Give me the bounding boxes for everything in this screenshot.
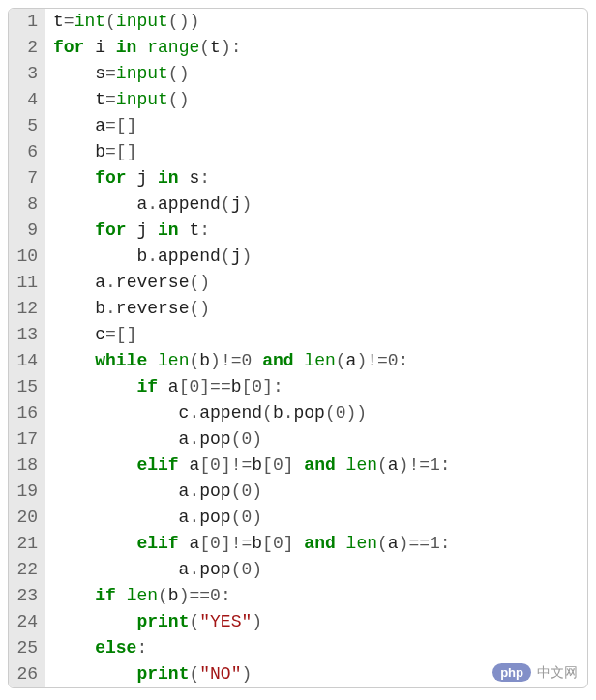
line-number: 21 bbox=[9, 531, 45, 557]
code-line: 24 print("YES") bbox=[9, 609, 587, 635]
line-number: 20 bbox=[9, 505, 45, 531]
code-line: 5 a=[] bbox=[9, 113, 587, 139]
code-line: 4 t=input() bbox=[9, 87, 587, 113]
line-content: while len(b)!=0 and len(a)!=0: bbox=[45, 348, 587, 374]
line-content: a.pop(0) bbox=[45, 426, 587, 452]
line-content: else: bbox=[45, 635, 587, 661]
code-line: 13 c=[] bbox=[9, 322, 587, 348]
line-content: a.append(j) bbox=[45, 191, 587, 218]
line-content: for j in t: bbox=[45, 218, 587, 244]
code-line: 25 else: bbox=[9, 635, 587, 661]
line-number: 6 bbox=[9, 139, 45, 165]
line-number: 23 bbox=[9, 583, 45, 609]
code-line: 11 a.reverse() bbox=[9, 270, 587, 296]
line-number: 26 bbox=[9, 661, 45, 687]
line-number: 8 bbox=[9, 191, 45, 218]
code-line: 3 s=input() bbox=[9, 61, 587, 87]
line-content: for i in range(t): bbox=[45, 35, 587, 61]
code-line: 15 if a[0]==b[0]: bbox=[9, 374, 587, 400]
line-content: elif a[0]!=b[0] and len(a)!=1: bbox=[45, 452, 587, 479]
code-line: 23 if len(b)==0: bbox=[9, 583, 587, 609]
line-number: 1 bbox=[9, 9, 45, 35]
code-line: 18 elif a[0]!=b[0] and len(a)!=1: bbox=[9, 452, 587, 479]
code-lines: 1t=int(input())2for i in range(t):3 s=in… bbox=[9, 9, 587, 687]
code-line: 6 b=[] bbox=[9, 139, 587, 165]
line-number: 10 bbox=[9, 244, 45, 270]
line-content: b=[] bbox=[45, 139, 587, 165]
code-line: 12 b.reverse() bbox=[9, 296, 587, 322]
line-number: 19 bbox=[9, 479, 45, 505]
line-number: 22 bbox=[9, 557, 45, 583]
line-content: if a[0]==b[0]: bbox=[45, 374, 587, 400]
code-block: 1t=int(input())2for i in range(t):3 s=in… bbox=[8, 8, 588, 688]
code-line: 22 a.pop(0) bbox=[9, 557, 587, 583]
watermark-badge: php bbox=[492, 663, 531, 682]
line-content: s=input() bbox=[45, 61, 587, 87]
code-line: 7 for j in s: bbox=[9, 165, 587, 191]
line-content: t=int(input()) bbox=[45, 9, 587, 35]
line-number: 12 bbox=[9, 296, 45, 322]
code-line: 8 a.append(j) bbox=[9, 191, 587, 218]
line-content: a=[] bbox=[45, 113, 587, 139]
line-number: 18 bbox=[9, 452, 45, 479]
line-content: for j in s: bbox=[45, 165, 587, 191]
watermark-text: 中文网 bbox=[537, 664, 578, 682]
code-line: 19 a.pop(0) bbox=[9, 479, 587, 505]
line-number: 2 bbox=[9, 35, 45, 61]
line-content: c=[] bbox=[45, 322, 587, 348]
line-number: 14 bbox=[9, 348, 45, 374]
line-number: 24 bbox=[9, 609, 45, 635]
line-number: 16 bbox=[9, 400, 45, 426]
line-number: 13 bbox=[9, 322, 45, 348]
line-content: c.append(b.pop(0)) bbox=[45, 400, 587, 426]
line-content: a.reverse() bbox=[45, 270, 587, 296]
line-content: b.reverse() bbox=[45, 296, 587, 322]
code-line: 21 elif a[0]!=b[0] and len(a)==1: bbox=[9, 531, 587, 557]
watermark: php 中文网 bbox=[492, 663, 578, 682]
code-line: 14 while len(b)!=0 and len(a)!=0: bbox=[9, 348, 587, 374]
line-number: 3 bbox=[9, 61, 45, 87]
line-number: 4 bbox=[9, 87, 45, 113]
code-line: 9 for j in t: bbox=[9, 218, 587, 244]
line-number: 17 bbox=[9, 426, 45, 452]
line-number: 25 bbox=[9, 635, 45, 661]
line-number: 15 bbox=[9, 374, 45, 400]
line-content: elif a[0]!=b[0] and len(a)==1: bbox=[45, 531, 587, 557]
line-content: print("YES") bbox=[45, 609, 587, 635]
line-number: 7 bbox=[9, 165, 45, 191]
code-line: 10 b.append(j) bbox=[9, 244, 587, 270]
code-line: 2for i in range(t): bbox=[9, 35, 587, 61]
line-content: a.pop(0) bbox=[45, 479, 587, 505]
line-content: a.pop(0) bbox=[45, 505, 587, 531]
line-content: b.append(j) bbox=[45, 244, 587, 270]
code-line: 20 a.pop(0) bbox=[9, 505, 587, 531]
line-content: if len(b)==0: bbox=[45, 583, 587, 609]
code-line: 16 c.append(b.pop(0)) bbox=[9, 400, 587, 426]
line-content: a.pop(0) bbox=[45, 557, 587, 583]
line-number: 5 bbox=[9, 113, 45, 139]
line-content: t=input() bbox=[45, 87, 587, 113]
line-number: 9 bbox=[9, 218, 45, 244]
code-line: 1t=int(input()) bbox=[9, 9, 587, 35]
line-number: 11 bbox=[9, 270, 45, 296]
code-line: 17 a.pop(0) bbox=[9, 426, 587, 452]
